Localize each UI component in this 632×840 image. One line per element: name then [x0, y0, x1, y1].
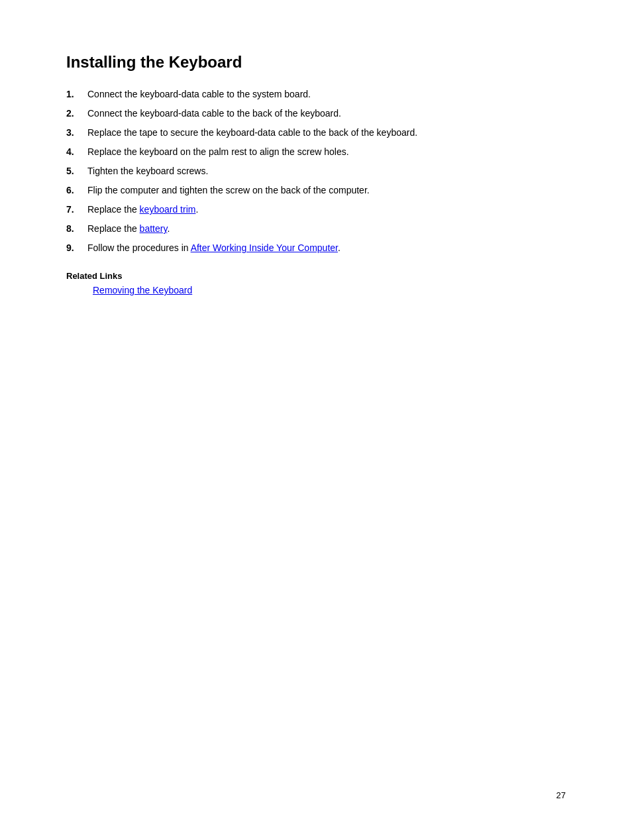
step-number-5: 5.: [66, 164, 87, 178]
step-6: 6. Flip the computer and tighten the scr…: [66, 184, 566, 197]
step-number-6: 6.: [66, 184, 87, 197]
step-5: 5. Tighten the keyboard screws.: [66, 164, 566, 178]
step-9-text-before: Follow the procedures in: [87, 242, 191, 253]
step-3: 3. Replace the tape to secure the keyboa…: [66, 126, 566, 140]
step-number-7: 7.: [66, 203, 87, 217]
step-number-8: 8.: [66, 222, 87, 236]
related-links-section: Related Links Removing the Keyboard: [66, 271, 566, 295]
step-number-3: 3.: [66, 126, 87, 140]
step-8-text-before: Replace the: [87, 223, 140, 234]
step-number-1: 1.: [66, 87, 87, 101]
battery-link[interactable]: battery: [140, 223, 168, 234]
step-text-9: Follow the procedures in After Working I…: [87, 241, 566, 255]
step-text-8: Replace the battery.: [87, 222, 566, 236]
step-8: 8. Replace the battery.: [66, 222, 566, 236]
step-9: 9. Follow the procedures in After Workin…: [66, 241, 566, 255]
removing-keyboard-link[interactable]: Removing the Keyboard: [93, 285, 192, 295]
step-text-2: Connect the keyboard-data cable to the b…: [87, 107, 566, 121]
steps-list: 1. Connect the keyboard-data cable to th…: [66, 87, 566, 255]
page-title: Installing the Keyboard: [66, 53, 566, 72]
step-number-2: 2.: [66, 107, 87, 121]
step-7-text-after: .: [195, 204, 198, 215]
step-1: 1. Connect the keyboard-data cable to th…: [66, 87, 566, 101]
related-links-heading: Related Links: [66, 271, 566, 281]
keyboard-trim-link[interactable]: keyboard trim: [140, 204, 196, 215]
step-2: 2. Connect the keyboard-data cable to th…: [66, 107, 566, 121]
after-working-link[interactable]: After Working Inside Your Computer: [191, 242, 338, 253]
page-container: Installing the Keyboard 1. Connect the k…: [0, 0, 632, 840]
step-text-7: Replace the keyboard trim.: [87, 203, 566, 217]
step-8-text-after: .: [167, 223, 170, 234]
related-link-item-1: Removing the Keyboard: [93, 285, 566, 295]
related-links-list: Removing the Keyboard: [66, 285, 566, 295]
step-7: 7. Replace the keyboard trim.: [66, 203, 566, 217]
step-text-6: Flip the computer and tighten the screw …: [87, 184, 566, 197]
step-number-4: 4.: [66, 145, 87, 159]
step-text-4: Replace the keyboard on the palm rest to…: [87, 145, 566, 159]
step-4: 4. Replace the keyboard on the palm rest…: [66, 145, 566, 159]
step-7-text-before: Replace the: [87, 204, 140, 215]
step-number-9: 9.: [66, 241, 87, 255]
step-text-3: Replace the tape to secure the keyboard-…: [87, 126, 566, 140]
step-9-text-after: .: [338, 242, 341, 253]
page-number: 27: [556, 790, 566, 800]
step-text-5: Tighten the keyboard screws.: [87, 164, 566, 178]
step-text-1: Connect the keyboard-data cable to the s…: [87, 87, 566, 101]
